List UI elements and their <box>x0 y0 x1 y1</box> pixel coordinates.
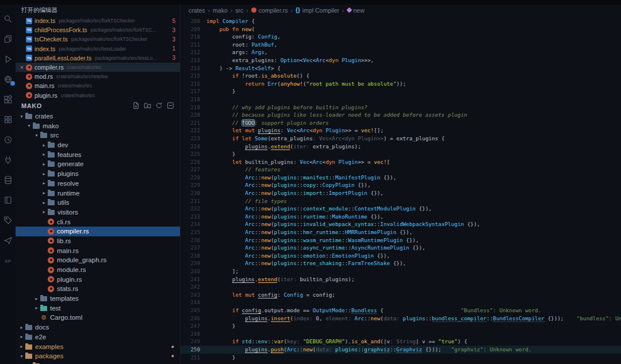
code-line[interactable]: 238 Arc::new(plugins::emotion::EmotionPl… <box>181 252 621 260</box>
line-number[interactable]: 240 <box>181 267 200 275</box>
explorer-item-resolve[interactable]: ▸resolve <box>16 179 180 189</box>
line-number[interactable]: 216 <box>181 80 200 88</box>
code-line[interactable]: 243 let mut config: Config = config; <box>181 291 621 299</box>
explorer-item-visitors[interactable]: ▸visitors <box>16 208 180 217</box>
explorer-item-e2e[interactable]: ▸e2e <box>16 332 180 342</box>
explorer-item-features[interactable]: ▸features <box>16 150 180 159</box>
code-line[interactable]: 230 Arc::new(plugins::import::ImportPlug… <box>181 189 621 197</box>
code-line[interactable]: 247 } <box>181 322 621 330</box>
open-editor-item[interactable]: TSparallelLessLoader.tspackages/mako/src… <box>16 53 180 63</box>
extensions-icon[interactable] <box>3 94 13 105</box>
send-icon[interactable] <box>3 235 13 246</box>
open-editor-item[interactable]: plugin.rscrates/mako/src <box>16 91 180 100</box>
explorer-item-runtime[interactable]: ▸runtime <box>16 188 180 198</box>
code-line[interactable]: 251 } <box>181 354 621 362</box>
explorer-item-generate[interactable]: ▸generate <box>16 159 180 169</box>
explorer-item-stats-rs[interactable]: stats.rs <box>16 284 180 294</box>
line-number[interactable]: 232 <box>181 205 200 213</box>
tag-icon[interactable] <box>3 215 13 225</box>
line-number[interactable]: 239 <box>181 259 200 267</box>
explorer-item-cli-rs[interactable]: cli.rs <box>16 217 180 227</box>
line-number[interactable]: 227 <box>181 166 200 174</box>
breadcrumb-item[interactable]: mako <box>213 7 228 14</box>
line-number[interactable]: 214 <box>181 64 200 72</box>
code-line[interactable]: 240 ]; <box>181 267 621 275</box>
explorer-item-module-graph-rs[interactable]: module_graph.rs <box>16 255 180 265</box>
remote-icon[interactable] <box>3 74 13 85</box>
line-number[interactable]: 234 <box>181 220 200 228</box>
line-number[interactable]: 211 <box>181 41 200 49</box>
line-number[interactable]: 220 <box>181 111 200 119</box>
code-line[interactable]: 245 if config.output.mode == OutputMode:… <box>181 306 621 315</box>
code-editor[interactable]: 208impl Compiler {209 pub fn new(210 con… <box>181 17 621 361</box>
line-number[interactable]: 212 <box>181 48 200 56</box>
line-number[interactable]: 250 <box>181 346 200 354</box>
code-line[interactable]: 211 root: PathBuf, <box>181 41 621 49</box>
code-line[interactable]: 215 if !root.is_absolute() { <box>181 72 621 80</box>
explorer-item-dev[interactable]: ▸dev <box>16 140 180 150</box>
explorer-item-examples[interactable]: ▸examples● <box>16 342 180 351</box>
breadcrumb-item[interactable]: crates <box>189 7 205 14</box>
grid-icon[interactable] <box>3 114 13 125</box>
search-icon[interactable] <box>3 14 13 24</box>
open-editor-item[interactable]: TSindex.tspackages/mako/src/lessLoader1 <box>16 44 180 53</box>
explorer-item-utils[interactable]: ▸utils <box>16 198 180 208</box>
code-line[interactable]: 234 Arc::new(plugins::invalid_webpack_sy… <box>181 220 621 228</box>
explorer-item-lib-rs[interactable]: lib.rs <box>16 236 180 246</box>
line-number[interactable]: 223 <box>181 135 200 143</box>
code-line[interactable]: 250 plugins.push(Arc::new(data: plugins:… <box>181 346 621 354</box>
explorer-item-plugins[interactable]: ▸plugins <box>16 169 180 179</box>
line-number[interactable]: 247 <box>181 322 200 330</box>
open-editor-item[interactable]: TSchildProcessFork.tspackages/mako/src/f… <box>16 25 180 35</box>
line-number[interactable]: 228 <box>181 174 200 182</box>
code-line[interactable]: 237 Arc::new(plugins::async_runtime::Asy… <box>181 244 621 252</box>
line-number[interactable]: 224 <box>181 143 200 151</box>
code-line[interactable]: 221 // TODO: support plugin orders <box>181 119 621 127</box>
explorer-item[interactable]: ▸ <box>16 361 180 364</box>
explorer-item-plugin-rs[interactable]: plugin.rs <box>16 274 180 284</box>
explorer-item-src[interactable]: ▾src <box>16 131 180 140</box>
line-number[interactable]: 210 <box>181 33 200 41</box>
explorer-item-compiler-rs[interactable]: compiler.rs <box>16 227 180 236</box>
plug-icon[interactable] <box>3 155 13 165</box>
line-number[interactable]: 222 <box>181 127 200 135</box>
explorer-item-main-rs[interactable]: main.rs <box>16 246 180 255</box>
line-number[interactable]: 231 <box>181 197 200 205</box>
line-number[interactable]: 213 <box>181 56 200 64</box>
code-line[interactable]: 235 Arc::new(plugins::hmr_runtime::HMRRu… <box>181 228 621 236</box>
explorer-item-docs[interactable]: ▸docs <box>16 323 180 332</box>
breadcrumb-item[interactable]: compiler.rs <box>251 7 288 14</box>
code-line[interactable]: 231 // file types <box>181 197 621 205</box>
book-icon[interactable] <box>3 195 13 205</box>
open-editor-item[interactable]: TSindex.tspackages/mako/src/forkTSChecke… <box>16 16 180 25</box>
code-line[interactable]: 226 let builtin_plugins: Vec<Arc<dyn Plu… <box>181 158 621 166</box>
line-number[interactable]: 245 <box>181 306 200 315</box>
open-editor-item[interactable]: TStsChecker.tspackages/mako/src/forkTSCh… <box>16 35 180 44</box>
explorer-item-mako[interactable]: ▾mako <box>16 121 180 131</box>
line-number[interactable]: 243 <box>181 291 200 299</box>
code-line[interactable]: 242 <box>181 283 621 291</box>
open-editor-item[interactable]: main.rscrates/mako/src <box>16 81 180 90</box>
close-icon[interactable]: × <box>18 63 26 71</box>
code-line[interactable]: 210 config: Config, <box>181 33 621 41</box>
explorer-item-module-rs[interactable]: module.rs <box>16 265 180 275</box>
line-number[interactable]: 251 <box>181 354 200 362</box>
collapse-all-icon[interactable] <box>167 102 174 109</box>
line-number[interactable]: 246 <box>181 315 200 323</box>
line-number[interactable]: 244 <box>181 298 200 306</box>
breadcrumb-item[interactable]: new <box>347 7 365 14</box>
code-line[interactable]: 224 plugins.extend(iter: extra_plugins); <box>181 143 621 151</box>
new-file-icon[interactable] <box>132 102 140 109</box>
code-line[interactable]: 236 Arc::new(plugins::wasm_runtime::Wasm… <box>181 236 621 244</box>
line-number[interactable]: 238 <box>181 252 200 260</box>
line-number[interactable]: 208 <box>181 17 200 25</box>
code-line[interactable]: 246 plugins.insert(index: 0, element: Ar… <box>181 315 621 323</box>
code-line[interactable]: 218 <box>181 95 621 104</box>
files-icon[interactable] <box>3 34 13 44</box>
code-line[interactable]: 248 <box>181 330 621 338</box>
breadcrumb-item[interactable]: {}impl Compiler <box>296 7 339 14</box>
line-number[interactable]: 249 <box>181 338 200 346</box>
explorer-item-packages[interactable]: ▾packages● <box>16 351 180 361</box>
open-editor-item[interactable]: ×compiler.rscrates/mako/src <box>16 63 180 72</box>
code-line[interactable]: 249 if std::env::var(key: "DEBUG_GRAPH")… <box>181 338 621 346</box>
